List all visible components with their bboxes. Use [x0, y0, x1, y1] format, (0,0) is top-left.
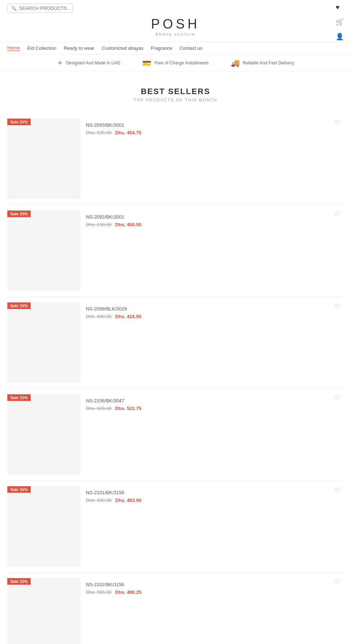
nav-link-customized-abayas[interactable]: Customized abayas — [102, 45, 143, 51]
feature-icon: 💳 — [142, 59, 151, 67]
nav-link-ready-to-wear[interactable]: Ready to wear — [64, 45, 94, 51]
sale-badge: Sale 15% — [7, 211, 31, 217]
logo-text: POSH — [7, 16, 344, 32]
sale-price: Dhs. 454.75 — [115, 130, 141, 135]
sale-price: Dhs. 416.50 — [115, 314, 141, 319]
wishlist-button[interactable]: ♡ — [334, 119, 340, 127]
original-price: Dhs. 535.00 — [86, 130, 112, 135]
product-prices: Dhs. 535.00 Dhs. 454.75 — [86, 130, 338, 135]
nav-link-home[interactable]: Home — [7, 45, 20, 51]
header-icons: ♥ 🛒 👤 — [336, 4, 344, 41]
product-info: NS-2092/BK/3001 Dhs. 530.00 Dhs. 450.50 — [80, 211, 344, 231]
best-sellers-section: BEST SELLERS TOP PRODUCTS OF THIS MONTH … — [0, 72, 351, 644]
product-list: Sale 15% NS-2093/BK/3001 Dhs. 535.00 Dhs… — [7, 113, 344, 644]
product-image: Sale 15% — [7, 394, 80, 475]
sale-badge: Sale 15% — [7, 302, 31, 309]
product-code: NS-2093/BK/3001 — [86, 122, 338, 128]
product-item[interactable]: Sale 15% NS-2106/BK/3047 Dhs. 615.00 Dhs… — [7, 389, 344, 481]
sale-badge: Sale 15% — [7, 486, 31, 493]
sale-price: Dhs. 450.50 — [115, 222, 141, 227]
product-image: Sale 15% — [7, 302, 80, 383]
best-sellers-title: BEST SELLERS — [7, 87, 344, 96]
wishlist-button[interactable]: ♡ — [334, 394, 340, 402]
product-code: NS-2092/BK/3001 — [86, 214, 338, 220]
sale-badge: Sale 15% — [7, 394, 31, 401]
product-code: NS-2106/BK/3047 — [86, 398, 338, 403]
nav-link-eid-collection[interactable]: Eid Collection — [27, 45, 57, 51]
feature-icon: ✦ — [57, 59, 63, 67]
product-image: Sale 15% — [7, 119, 80, 199]
product-info: NS-2106/BK/3047 Dhs. 615.00 Dhs. 522.75 — [80, 394, 344, 415]
feature-label: Reliable And Fast Delivery — [243, 60, 294, 66]
product-prices: Dhs. 615.00 Dhs. 522.75 — [86, 406, 338, 411]
wishlist-button[interactable]: ♡ — [334, 486, 340, 494]
product-item[interactable]: Sale 15% NS-2102/BK/3156 Dhs. 565.00 Dhs… — [7, 573, 344, 644]
product-prices: Dhs. 565.00 Dhs. 480.25 — [86, 589, 338, 595]
nav-link-fragrance[interactable]: Fragrance — [151, 45, 172, 51]
search-icon: 🔍 — [11, 6, 17, 11]
wishlist-button[interactable]: ♡ — [334, 578, 340, 586]
product-code: NS-2099/BLK/3029 — [86, 306, 338, 312]
product-info: NS-2102/BK/3156 Dhs. 565.00 Dhs. 480.25 — [80, 578, 344, 599]
logo-area: POSH Abaya couture — [7, 13, 344, 38]
product-code: NS-2102/BK/3156 — [86, 582, 338, 587]
product-image: Sale 15% — [7, 486, 80, 567]
sale-price: Dhs. 493.00 — [115, 498, 141, 503]
product-prices: Dhs. 580.00 Dhs. 493.00 — [86, 498, 338, 503]
product-prices: Dhs. 530.00 Dhs. 450.50 — [86, 222, 338, 227]
nav: HomeEid CollectionReady to wearCustomize… — [0, 42, 351, 54]
product-image: Sale 15% — [7, 578, 80, 644]
product-info: NS-2101/BK/3156 Dhs. 580.00 Dhs. 493.00 — [80, 486, 344, 507]
product-info: NS-2099/BLK/3029 Dhs. 490.00 Dhs. 416.50 — [80, 302, 344, 323]
features-bar: ✦Designed And Made in UAE💳Free of Charge… — [0, 54, 351, 72]
search-input[interactable] — [19, 5, 69, 11]
product-prices: Dhs. 490.00 Dhs. 416.50 — [86, 314, 338, 319]
account-icon[interactable]: 👤 — [336, 33, 344, 41]
product-image: Sale 15% — [7, 211, 80, 291]
nav-link-contact-us[interactable]: Contact us — [180, 45, 202, 51]
sale-price: Dhs. 480.25 — [115, 589, 141, 595]
original-price: Dhs. 615.00 — [86, 406, 112, 411]
sale-price: Dhs. 522.75 — [115, 406, 141, 411]
feature-item: ✦Designed And Made in UAE — [57, 59, 121, 67]
sale-badge: Sale 15% — [7, 119, 31, 125]
cart-icon[interactable]: 🛒 — [336, 18, 344, 26]
sale-badge: Sale 15% — [7, 578, 31, 585]
feature-item: 🚚Reliable And Fast Delivery — [231, 59, 294, 67]
original-price: Dhs. 530.00 — [86, 222, 112, 227]
product-item[interactable]: Sale 15% NS-2099/BLK/3029 Dhs. 490.00 Dh… — [7, 297, 344, 389]
original-price: Dhs. 565.00 — [86, 589, 112, 595]
wishlist-icon[interactable]: ♥ — [336, 4, 344, 11]
search-bar[interactable]: 🔍 — [7, 4, 73, 13]
original-price: Dhs. 580.00 — [86, 498, 112, 503]
product-code: NS-2101/BK/3156 — [86, 490, 338, 495]
feature-icon: 🚚 — [231, 59, 240, 67]
wishlist-button[interactable]: ♡ — [334, 211, 340, 219]
product-item[interactable]: Sale 15% NS-2093/BK/3001 Dhs. 535.00 Dhs… — [7, 113, 344, 205]
best-sellers-subtitle: TOP PRODUCTS OF THIS MONTH — [7, 98, 344, 102]
original-price: Dhs. 490.00 — [86, 314, 112, 319]
feature-item: 💳Free of Charge Installments — [142, 59, 208, 67]
nav-links: HomeEid CollectionReady to wearCustomize… — [7, 45, 344, 51]
product-item[interactable]: Sale 15% NS-2092/BK/3001 Dhs. 530.00 Dhs… — [7, 205, 344, 297]
product-info: NS-2093/BK/3001 Dhs. 535.00 Dhs. 454.75 — [80, 119, 344, 139]
feature-label: Designed And Made in UAE — [66, 60, 121, 66]
product-item[interactable]: Sale 15% NS-2101/BK/3156 Dhs. 580.00 Dhs… — [7, 481, 344, 573]
logo-sub: Abaya couture — [7, 32, 344, 36]
wishlist-button[interactable]: ♡ — [334, 302, 340, 310]
header: 🔍 POSH Abaya couture ♥ 🛒 👤 — [0, 0, 351, 42]
feature-label: Free of Charge Installments — [154, 60, 208, 66]
